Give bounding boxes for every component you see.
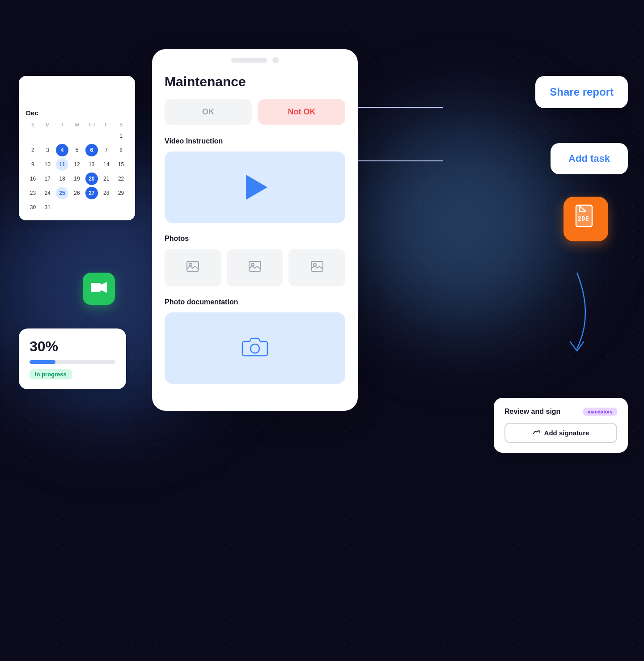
top-bar-pill xyxy=(231,58,267,63)
pdf-badge[interactable] xyxy=(564,197,608,241)
cal-header-f: F xyxy=(99,121,113,128)
review-header: Review and sign mandatory xyxy=(504,408,617,416)
cal-header-m: M xyxy=(41,121,55,128)
progress-bar-fill xyxy=(30,360,55,364)
status-buttons-group: OK Not OK xyxy=(165,99,345,125)
cal-day-3[interactable]: 3 xyxy=(41,144,54,156)
play-button-icon[interactable] xyxy=(246,175,267,200)
video-instruction-label: Video Instruction xyxy=(165,137,345,145)
progress-percent-label: 30% xyxy=(30,338,115,355)
cal-day-9[interactable]: 9 xyxy=(26,158,39,171)
cal-day-8[interactable]: 8 xyxy=(115,144,127,156)
svg-rect-0 xyxy=(91,283,101,292)
cal-day-7[interactable]: 7 xyxy=(100,144,113,156)
photos-section-label: Photos xyxy=(165,235,345,243)
progress-bar-background xyxy=(30,360,115,364)
cal-day-27[interactable]: 27 xyxy=(85,187,98,199)
cal-day-17[interactable]: 17 xyxy=(41,173,54,185)
phone-top-bar xyxy=(152,49,358,63)
cal-day-1[interactable]: 1 xyxy=(115,130,127,142)
cal-day-16[interactable]: 16 xyxy=(26,173,39,185)
share-report-card[interactable]: Share report xyxy=(535,76,628,108)
cal-day-30[interactable]: 30 xyxy=(26,201,39,214)
ok-button[interactable]: OK xyxy=(165,99,252,125)
cal-header-w: W xyxy=(70,121,84,128)
top-bar-dot xyxy=(272,57,279,63)
cal-day-18[interactable]: 18 xyxy=(56,173,68,185)
cal-header-s2: S xyxy=(114,121,128,128)
svg-point-8 xyxy=(250,344,259,353)
calendar-stack: Oct Nov Dec S M T W TH F S xyxy=(19,76,135,220)
calendar-grid: S M T W TH F S 1 2 3 4 5 6 xyxy=(26,121,128,214)
svg-point-7 xyxy=(314,263,316,266)
add-task-card[interactable]: Add task xyxy=(551,143,628,174)
not-ok-button[interactable]: Not OK xyxy=(258,99,345,125)
cal-day-26[interactable]: 26 xyxy=(71,187,83,199)
video-camera-badge[interactable] xyxy=(83,273,115,305)
cal-day-10[interactable]: 10 xyxy=(41,158,54,171)
pdf-icon xyxy=(574,204,597,234)
main-card: Maintenance OK Not OK Video Instruction … xyxy=(152,49,358,411)
progress-card: 30% in progress xyxy=(19,328,126,389)
svg-rect-4 xyxy=(249,261,261,271)
calendar-month-label: Dec xyxy=(26,109,128,117)
maintenance-title: Maintenance xyxy=(165,74,345,89)
cal-day-6-today[interactable]: 6 xyxy=(85,144,98,156)
photo-placeholder-2[interactable] xyxy=(227,249,284,286)
photo-placeholder-1[interactable] xyxy=(165,249,221,286)
image-icon-3 xyxy=(311,261,323,274)
cal-header-s: S xyxy=(26,121,40,128)
cal-day-4-today[interactable]: 4 xyxy=(56,144,68,156)
review-sign-card: Review and sign mandatory Add signature xyxy=(494,398,628,453)
cal-day-19[interactable]: 19 xyxy=(71,173,83,185)
share-report-label[interactable]: Share report xyxy=(550,86,614,98)
cal-day-22[interactable]: 22 xyxy=(115,173,127,185)
photo-documentation-box[interactable] xyxy=(165,312,345,384)
cal-day-2[interactable]: 2 xyxy=(26,144,39,156)
add-signature-button[interactable]: Add signature xyxy=(504,423,617,443)
cal-day-28[interactable]: 28 xyxy=(100,187,113,199)
svg-rect-9 xyxy=(576,205,592,227)
mandatory-badge: mandatory xyxy=(583,408,617,416)
image-icon-1 xyxy=(186,261,199,274)
photos-grid xyxy=(165,249,345,286)
cal-day-5[interactable]: 5 xyxy=(71,144,83,156)
svg-point-3 xyxy=(189,263,192,266)
cal-day-20[interactable]: 20 xyxy=(85,173,98,185)
add-task-label[interactable]: Add task xyxy=(568,153,610,164)
photo-placeholder-3[interactable] xyxy=(288,249,345,286)
svg-rect-2 xyxy=(187,261,199,271)
cal-header-th: TH xyxy=(85,121,98,128)
cal-day-21[interactable]: 21 xyxy=(100,173,113,185)
bg-blob-right xyxy=(331,89,599,358)
image-icon-2 xyxy=(249,261,261,274)
cal-header-t: T xyxy=(55,121,69,128)
photo-doc-label: Photo documentation xyxy=(165,298,345,306)
cal-day-14[interactable]: 14 xyxy=(100,158,113,171)
svg-rect-6 xyxy=(311,261,323,271)
review-sign-title: Review and sign xyxy=(504,408,560,416)
cal-day-15[interactable]: 15 xyxy=(115,158,127,171)
cal-day-25[interactable]: 25 xyxy=(56,187,68,199)
svg-marker-1 xyxy=(101,282,107,293)
cal-day-11[interactable]: 11 xyxy=(56,158,68,171)
signature-icon xyxy=(533,429,541,437)
cal-day-24[interactable]: 24 xyxy=(41,187,54,199)
cal-day-29[interactable]: 29 xyxy=(115,187,127,199)
video-camera-icon xyxy=(91,281,107,297)
add-signature-label: Add signature xyxy=(544,429,589,437)
calendar-dec-card: Dec S M T W TH F S 1 2 3 xyxy=(19,76,135,220)
camera-icon xyxy=(242,335,268,362)
progress-status-badge: in progress xyxy=(30,369,72,379)
video-instruction-box[interactable] xyxy=(165,152,345,223)
cal-day-13[interactable]: 13 xyxy=(85,158,98,171)
svg-point-5 xyxy=(251,263,254,266)
cal-day-12[interactable]: 12 xyxy=(71,158,83,171)
cal-day-31[interactable]: 31 xyxy=(41,201,54,214)
cal-day-23[interactable]: 23 xyxy=(26,187,39,199)
